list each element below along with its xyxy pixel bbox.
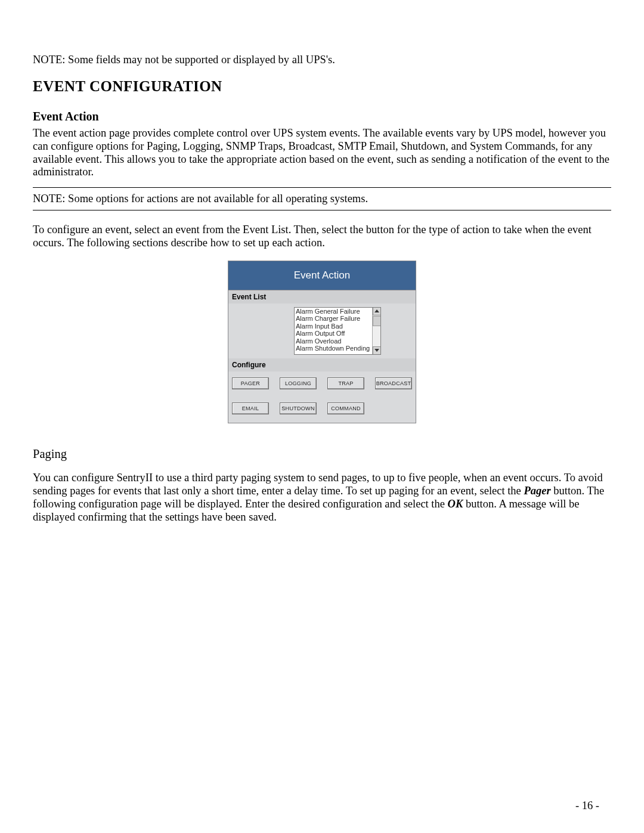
event-action-paragraph: The event action page provides complete … xyxy=(33,127,611,179)
logging-button[interactable]: LOGGING xyxy=(280,377,317,389)
list-item[interactable]: Alarm Overload xyxy=(296,337,380,345)
list-item[interactable]: Alarm Output Off xyxy=(296,330,380,337)
broadcast-button[interactable]: BROADCAST xyxy=(375,377,412,389)
event-list-row: Alarm General Failure Alarm Charger Fail… xyxy=(228,304,416,358)
chevron-up-icon xyxy=(374,309,379,312)
list-item[interactable]: Alarm Charger Failure xyxy=(296,315,380,323)
scroll-track[interactable] xyxy=(373,315,381,346)
section-heading: EVENT CONFIGURATION xyxy=(33,78,611,95)
list-item[interactable]: Alarm Shutdown Pending xyxy=(296,345,380,352)
page-number: - 16 - xyxy=(575,800,599,812)
ok-emphasis: OK xyxy=(448,498,463,510)
panel-title: Event Action xyxy=(228,261,416,290)
listbox-scrollbar[interactable] xyxy=(372,307,381,355)
list-item[interactable]: Alarm Input Bad xyxy=(296,323,380,330)
email-button[interactable]: EMAIL xyxy=(232,402,269,414)
scroll-down-button[interactable] xyxy=(373,346,381,355)
command-button[interactable]: COMMAND xyxy=(327,402,364,414)
pager-emphasis: Pager xyxy=(524,485,550,497)
configure-buttons: PAGER LOGGING TRAP BROADCAST EMAIL SHUTD… xyxy=(228,371,416,423)
shutdown-button[interactable]: SHUTDOWN xyxy=(280,402,317,414)
scroll-thumb[interactable] xyxy=(373,316,381,326)
config-intro: To configure an event, select an event f… xyxy=(33,224,611,250)
event-list[interactable]: Alarm General Failure Alarm Charger Fail… xyxy=(294,307,381,355)
configure-label: Configure xyxy=(228,358,416,371)
panel-container: Event Action Event List Alarm General Fa… xyxy=(33,261,611,423)
paging-heading: Paging xyxy=(33,447,611,461)
event-action-panel: Event Action Event List Alarm General Fa… xyxy=(228,261,416,423)
event-list-label: Event List xyxy=(228,290,416,304)
top-note: NOTE: Some fields may not be supported o… xyxy=(33,54,611,66)
paging-text-1: You can configure SentryII to use a thir… xyxy=(33,472,603,497)
scroll-up-button[interactable] xyxy=(373,307,381,315)
note-ruled: NOTE: Some options for actions are not a… xyxy=(33,187,611,210)
pager-button[interactable]: PAGER xyxy=(232,377,269,389)
chevron-down-icon xyxy=(374,349,379,352)
trap-button[interactable]: TRAP xyxy=(327,377,364,389)
list-item[interactable]: Alarm General Failure xyxy=(296,308,380,315)
paging-paragraph: You can configure SentryII to use a thir… xyxy=(33,472,611,524)
event-action-subheading: Event Action xyxy=(33,110,611,123)
